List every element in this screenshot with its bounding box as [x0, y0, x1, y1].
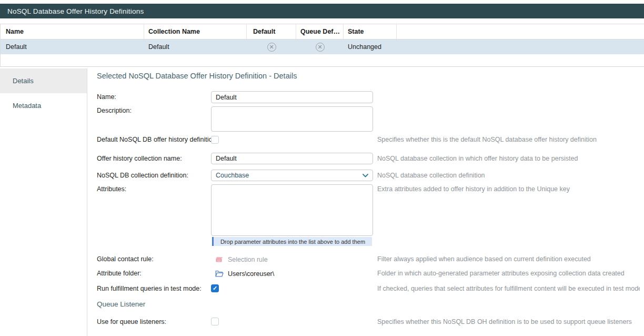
global-contact-rule-hint: Filter always applied when audience base… [377, 255, 640, 264]
name-label: Name: [97, 91, 116, 103]
cell-name: Default [0, 39, 144, 54]
column-header-queue-default[interactable]: Queue Defa… [296, 24, 344, 39]
crossed-circle-icon: ✕ [267, 43, 276, 52]
folder-icon [215, 270, 224, 277]
attribute-folder-text: Users\coreuser\ [228, 270, 274, 278]
column-header-state[interactable]: State [344, 24, 397, 39]
table-header-row: Name Collection Name Default Queue Defa…… [0, 24, 644, 39]
default-definition-hint: Specifies whether this is the default No… [377, 136, 640, 144]
run-fulfillment-label: Run fulfillment queries in test mode: [97, 284, 202, 293]
column-header-default[interactable]: Default [247, 24, 296, 39]
collection-definition-select[interactable]: Couchbase [211, 170, 373, 181]
column-header-collection-name[interactable]: Collection Name [144, 24, 247, 39]
global-contact-rule-value[interactable]: Selection rule [215, 255, 268, 264]
cell-state: Unchanged [344, 39, 397, 54]
cell-default: ✕ [247, 39, 296, 54]
cell-queue-default: ✕ [296, 39, 344, 54]
panel-titlebar: NoSQL Database Offer History Definitions [0, 4, 644, 18]
collection-name-label: Offer history collection name: [97, 153, 182, 164]
sidebar: Details Metadata [0, 68, 87, 336]
chevron-down-icon [363, 174, 368, 177]
details-panel: Selected NoSQL Database Offer History De… [87, 68, 644, 336]
cell-filler [397, 39, 644, 54]
attribute-folder-label: Attribute folder: [97, 269, 142, 278]
crossed-circle-icon: ✕ [316, 43, 325, 52]
selection-rule-icon [215, 256, 224, 263]
collection-name-input[interactable] [211, 153, 373, 164]
default-definition-checkbox[interactable] [211, 136, 219, 144]
column-header-name[interactable]: Name [0, 24, 144, 39]
details-section-title: Selected NoSQL Database Offer History De… [97, 72, 297, 80]
app-window: NoSQL Database Offer History Definitions… [0, 0, 644, 336]
attribute-folder-value[interactable]: Users\coreuser\ [215, 269, 274, 278]
description-label: Description: [97, 106, 132, 115]
attribute-folder-hint: Folder in which auto-generated parameter… [377, 269, 640, 278]
attributes-listbox[interactable] [211, 184, 373, 236]
default-definition-label: Default NoSQL DB offer history definitio… [97, 136, 218, 144]
global-contact-rule-text: Selection rule [228, 256, 268, 263]
run-fulfillment-hint: If checked, queries that select attribut… [377, 284, 640, 293]
attributes-drop-zone[interactable]: Drop parameter attributes into the list … [212, 237, 372, 246]
use-queue-listeners-checkbox[interactable] [211, 318, 219, 325]
use-queue-listeners-label: Use for queue listeners: [97, 318, 166, 326]
use-queue-listeners-hint: Specifies whether this NoSQL DB OH defin… [377, 318, 640, 326]
name-input[interactable] [211, 91, 373, 103]
tab-details[interactable]: Details [0, 68, 87, 93]
collection-name-hint: NoSQL database collection in which offer… [377, 153, 640, 164]
table-empty-row [0, 54, 644, 67]
collection-definition-label: NoSQL DB collection definition: [97, 170, 188, 181]
collection-definition-value: Couchbase [216, 172, 363, 179]
description-textarea[interactable] [211, 106, 373, 132]
queue-listener-section-title: Queue Listener [97, 300, 145, 308]
definitions-table: Name Collection Name Default Queue Defa…… [0, 24, 644, 67]
run-fulfillment-checkbox[interactable] [211, 284, 219, 292]
panel-title: NoSQL Database Offer History Definitions [7, 7, 144, 15]
global-contact-rule-label: Global contact rule: [97, 255, 154, 264]
cell-collection-name: Default [144, 39, 247, 54]
tab-metadata[interactable]: Metadata [0, 93, 87, 118]
table-row[interactable]: Default Default ✕ ✕ Unchanged [0, 39, 644, 54]
attributes-label: Attributes: [97, 185, 126, 193]
collection-definition-hint: NoSQL database collection definition [377, 170, 640, 181]
column-header-filler [397, 24, 644, 39]
attributes-hint: Extra attributes added to offer history … [377, 185, 640, 193]
attributes-drop-hint: Drop parameter attributes into the list … [220, 239, 365, 245]
